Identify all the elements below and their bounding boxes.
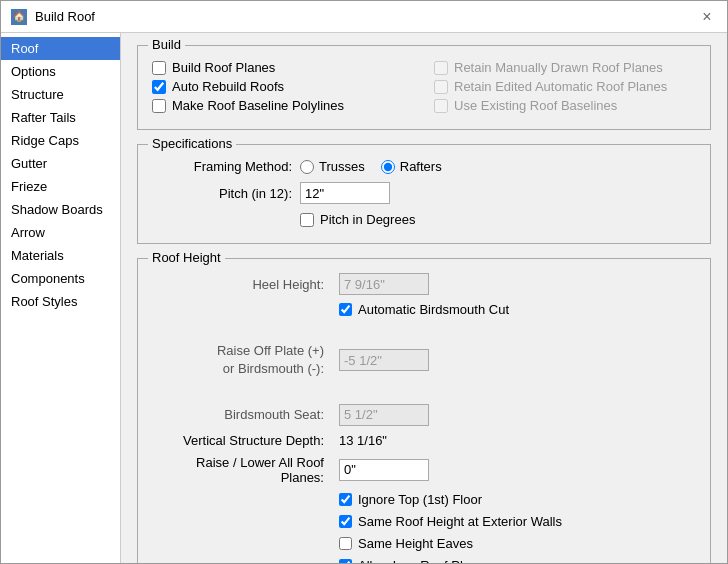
build-right-col: Retain Manually Drawn Roof Planes Retain… [434,60,696,117]
sidebar-item-ridge-caps[interactable]: Ridge Caps [1,129,120,152]
specifications-title: Specifications [148,136,236,151]
trusses-option: Trusses [300,159,365,174]
same-height-eaves-label: Same Height Eaves [358,536,473,551]
retain-manually-checkbox[interactable] [434,61,448,75]
spec-grid: Framing Method: Trusses Rafters [152,159,696,231]
make-baseline-label: Make Roof Baseline Polylines [172,98,344,113]
rafters-option: Rafters [381,159,442,174]
sidebar-item-components[interactable]: Components [1,267,120,290]
vertical-structure-text: 13 1/16" [339,433,387,448]
auto-birdsmouth-checkbox[interactable] [339,303,352,316]
raise-off-plate-value [339,349,696,371]
roof-height-section: Roof Height Heel Height: Automatic Birds… [137,258,711,563]
same-roof-height-checkbox[interactable] [339,515,352,528]
retain-edited-row: Retain Edited Automatic Roof Planes [434,79,696,94]
sidebar-item-frieze[interactable]: Frieze [1,175,120,198]
allow-low-label: Allow Low Roof Planes [358,558,491,563]
pitch-value [300,182,696,204]
heel-height-label: Heel Height: [152,277,332,292]
auto-birdsmouth-label: Automatic Birdsmouth Cut [358,302,509,317]
retain-edited-checkbox[interactable] [434,80,448,94]
sidebar-item-structure[interactable]: Structure [1,83,120,106]
pitch-input[interactable] [300,182,390,204]
build-roof-planes-label: Build Roof Planes [172,60,275,75]
auto-birdsmouth-row: Automatic Birdsmouth Cut [339,302,696,317]
close-button[interactable]: × [697,7,717,27]
make-baseline-checkbox[interactable] [152,99,166,113]
title-bar: 🏠 Build Roof × [1,1,727,33]
build-section-title: Build [148,37,185,52]
sidebar-item-roof[interactable]: Roof [1,37,120,60]
trusses-label: Trusses [319,159,365,174]
same-roof-height-row: Same Roof Height at Exterior Walls [339,514,696,529]
ignore-top-row: Ignore Top (1st) Floor [339,492,696,507]
vertical-structure-value: 13 1/16" [339,433,696,448]
use-existing-checkbox[interactable] [434,99,448,113]
pitch-label: Pitch (in 12): [152,186,292,201]
heel-height-value [339,273,696,295]
dialog-title: Build Roof [35,9,95,24]
build-section: Build Build Roof Planes Auto Rebuild Roo… [137,45,711,130]
pitch-degrees-label: Pitch in Degrees [320,212,415,227]
sidebar-item-roof-styles[interactable]: Roof Styles [1,290,120,313]
framing-value: Trusses Rafters [300,159,696,174]
birdsmouth-seat-label: Birdsmouth Seat: [152,407,332,422]
build-roof-dialog: 🏠 Build Roof × RoofOptionsStructureRafte… [0,0,728,564]
sidebar-item-rafter-tails[interactable]: Rafter Tails [1,106,120,129]
rafters-radio[interactable] [381,160,395,174]
sidebar: RoofOptionsStructureRafter TailsRidge Ca… [1,33,121,563]
raise-lower-label: Raise / Lower All Roof Planes: [152,455,332,485]
allow-low-row: Allow Low Roof Planes [339,558,696,563]
spec-inner: Framing Method: Trusses Rafters [152,159,696,231]
sidebar-item-options[interactable]: Options [1,60,120,83]
framing-label: Framing Method: [152,159,292,174]
build-roof-planes-checkbox[interactable] [152,61,166,75]
trusses-radio[interactable] [300,160,314,174]
build-left-col: Build Roof Planes Auto Rebuild Roofs Mak… [152,60,414,117]
build-roof-planes-row: Build Roof Planes [152,60,414,75]
same-height-eaves-checkbox[interactable] [339,537,352,550]
vertical-structure-label: Vertical Structure Depth: [152,433,332,448]
heel-height-input[interactable] [339,273,429,295]
sidebar-item-gutter[interactable]: Gutter [1,152,120,175]
make-baseline-row: Make Roof Baseline Polylines [152,98,414,113]
rafters-label: Rafters [400,159,442,174]
sidebar-item-shadow-boards[interactable]: Shadow Boards [1,198,120,221]
retain-manually-row: Retain Manually Drawn Roof Planes [434,60,696,75]
roof-height-grid: Heel Height: Automatic Birdsmouth Cut [152,273,696,563]
build-inner: Build Roof Planes Auto Rebuild Roofs Mak… [152,60,696,117]
roof-height-title: Roof Height [148,250,225,265]
title-bar-left: 🏠 Build Roof [11,9,95,25]
auto-rebuild-row: Auto Rebuild Roofs [152,79,414,94]
retain-edited-label: Retain Edited Automatic Roof Planes [454,79,667,94]
app-icon: 🏠 [11,9,27,25]
roof-height-inner: Heel Height: Automatic Birdsmouth Cut [152,273,696,563]
auto-rebuild-label: Auto Rebuild Roofs [172,79,284,94]
use-existing-row: Use Existing Roof Baselines [434,98,696,113]
specifications-section: Specifications Framing Method: Trusses [137,144,711,244]
birdsmouth-seat-value [339,404,696,426]
dialog-body: RoofOptionsStructureRafter TailsRidge Ca… [1,33,727,563]
ignore-top-label: Ignore Top (1st) Floor [358,492,482,507]
birdsmouth-seat-input[interactable] [339,404,429,426]
framing-radio-group: Trusses Rafters [300,159,442,174]
main-content: Build Build Roof Planes Auto Rebuild Roo… [121,33,727,563]
raise-off-plate-label: Raise Off Plate (+) or Birdsmouth (-): [152,324,332,397]
pitch-degrees-checkbox[interactable] [300,213,314,227]
same-roof-height-label: Same Roof Height at Exterior Walls [358,514,562,529]
raise-off-plate-input[interactable] [339,349,429,371]
raise-lower-input[interactable] [339,459,429,481]
use-existing-label: Use Existing Roof Baselines [454,98,617,113]
retain-manually-label: Retain Manually Drawn Roof Planes [454,60,663,75]
pitch-degrees-row: Pitch in Degrees [300,212,696,227]
same-height-eaves-row: Same Height Eaves [339,536,696,551]
sidebar-item-arrow[interactable]: Arrow [1,221,120,244]
allow-low-checkbox[interactable] [339,559,352,563]
sidebar-item-materials[interactable]: Materials [1,244,120,267]
ignore-top-checkbox[interactable] [339,493,352,506]
build-grid: Build Roof Planes Auto Rebuild Roofs Mak… [152,60,696,117]
auto-rebuild-checkbox[interactable] [152,80,166,94]
raise-lower-value [339,459,696,481]
